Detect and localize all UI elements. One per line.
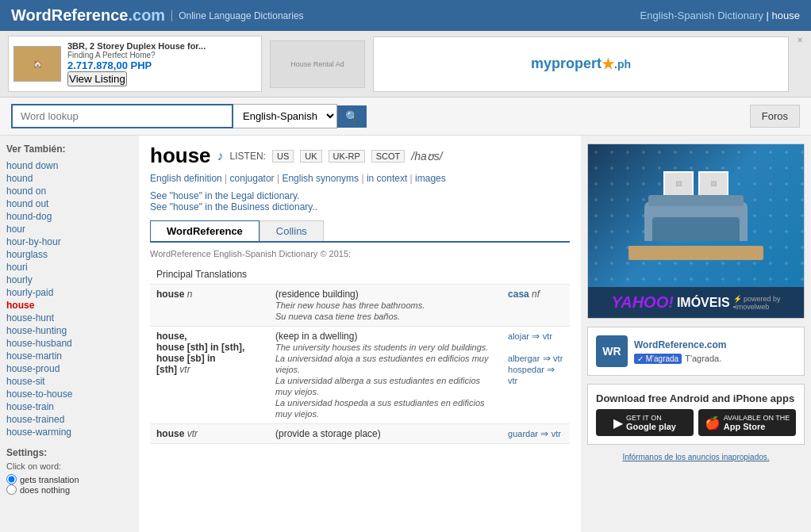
sidebar-link-house-hunt[interactable]: house-hunt bbox=[6, 312, 54, 323]
main-layout: Ver También: hound down hound hound on h… bbox=[0, 136, 811, 532]
search-button[interactable]: 🔍 bbox=[337, 105, 367, 128]
section-header: Principal Translations bbox=[150, 265, 570, 285]
radio-gets-translation[interactable]: gets translation bbox=[6, 474, 133, 484]
alojar-vtr-link[interactable]: vtr bbox=[543, 331, 552, 341]
english-synonyms-link[interactable]: English synonyms bbox=[282, 173, 359, 184]
pron-scot-button[interactable]: SCOT bbox=[371, 150, 406, 163]
sidebar-link-hound-out[interactable]: hound out bbox=[6, 198, 48, 209]
search-input[interactable] bbox=[11, 104, 233, 128]
pron-us-button[interactable]: US bbox=[272, 150, 294, 163]
sidebar-link-hour[interactable]: hour bbox=[6, 224, 25, 235]
albergar-link[interactable]: albergar bbox=[508, 354, 540, 363]
sidebar-link-house[interactable]: house bbox=[6, 300, 34, 311]
dict-links: See "house" in the Legal dictionary. See… bbox=[150, 190, 570, 212]
site-tagline: Online Language Dictionaries bbox=[171, 10, 303, 21]
entry-translation: guardar ⇒ vtr bbox=[502, 424, 570, 444]
sidebar-link-house-husband[interactable]: house-husband bbox=[6, 338, 72, 349]
hospedar-vtr-link[interactable]: vtr bbox=[508, 376, 517, 385]
ad-view-listing-button[interactable]: View Listing bbox=[67, 71, 127, 86]
ad-house-text: 3BR, 2 Storey Duplex House for... Findin… bbox=[67, 41, 206, 86]
site-com: .com bbox=[128, 6, 165, 24]
google-play-button[interactable]: ▶ GET IT ON Google play bbox=[596, 409, 694, 436]
entry-word: house, house [sth] in [sth], house [sb] … bbox=[150, 327, 269, 424]
phonetic: /haʊs/ bbox=[411, 150, 442, 163]
tab-wordreference[interactable]: WordReference bbox=[150, 220, 259, 241]
list-item: house-warming bbox=[6, 426, 133, 438]
tagrada-badge[interactable]: ✓ M'agrada bbox=[634, 354, 682, 364]
word-header: house ♪ LISTEN: US UK UK-RP SCOT /haʊs/ bbox=[150, 144, 570, 168]
ad-close-button[interactable]: ✕ bbox=[797, 36, 803, 44]
ad-report-link[interactable]: Infórmanos de los anuncios inapropiados. bbox=[587, 453, 805, 461]
list-item: house-proud bbox=[6, 362, 133, 374]
sidebar-link-hound-down[interactable]: hound down bbox=[6, 160, 58, 171]
sidebar-link-house-train[interactable]: house-train bbox=[6, 401, 54, 412]
table-row: house n (residence building) Their new h… bbox=[150, 285, 570, 327]
right-ad: 🖼 🖼 YAHOO! IMÓVEIS ⚡ powered by▪imovelwe… bbox=[587, 144, 805, 319]
images-link[interactable]: images bbox=[415, 173, 446, 184]
header-dict-link[interactable]: English-Spanish Dictionary bbox=[640, 10, 763, 21]
tab-collins[interactable]: Collins bbox=[259, 220, 324, 241]
listen-label: LISTEN: bbox=[230, 151, 266, 162]
wr-logo: WR bbox=[596, 335, 628, 367]
guardar-vtr-link[interactable]: vtr bbox=[552, 429, 561, 438]
search-inner: English-Spanish 🔍 bbox=[11, 104, 367, 128]
list-item: hound on bbox=[6, 185, 133, 197]
sidebar-link-hound-on[interactable]: hound on bbox=[6, 186, 46, 197]
english-definition-link[interactable]: English definition bbox=[150, 173, 222, 184]
sidebar-link-hourly[interactable]: hourly bbox=[6, 274, 33, 285]
list-item: house-train bbox=[6, 400, 133, 412]
sidebar-link-house-to-house[interactable]: house-to-house bbox=[6, 388, 72, 400]
app-buttons: ▶ GET IT ON Google play 🍎 AVAILABLE ON T… bbox=[596, 409, 796, 436]
search-bar: English-Spanish 🔍 Foros bbox=[0, 98, 811, 136]
albergar-vtr-link[interactable]: vtr bbox=[553, 354, 563, 363]
ad-house2: House Rental Ad bbox=[270, 40, 365, 88]
language-selector[interactable]: English-Spanish bbox=[233, 104, 337, 128]
hospedar-link[interactable]: hospedar bbox=[508, 365, 544, 374]
sidebar-link-house-sit[interactable]: house-sit bbox=[6, 376, 45, 387]
business-dict-link[interactable]: See "house" in the Business dictionary.. bbox=[150, 201, 317, 212]
sidebar-link-house-proud[interactable]: house-proud bbox=[6, 363, 60, 374]
audio-button[interactable]: ♪ bbox=[217, 149, 224, 163]
sidebar-link-hour-by-hour[interactable]: hour-by-hour bbox=[6, 236, 61, 247]
sidebar-link-house-warming[interactable]: house-warming bbox=[6, 427, 71, 438]
list-item: house-to-house bbox=[6, 388, 133, 400]
pron-uk-rp-button[interactable]: UK-RP bbox=[329, 150, 365, 163]
ad-banner: 🏠 3BR, 2 Storey Duplex House for... Find… bbox=[0, 31, 811, 98]
conjugator-link[interactable]: conjugator bbox=[230, 173, 275, 184]
list-item: houri bbox=[6, 261, 133, 273]
site-title: WordReference.com bbox=[11, 6, 165, 25]
entry-definition: (residence building) Their new house has… bbox=[269, 285, 502, 327]
google-play-icon: ▶ bbox=[613, 415, 623, 431]
app-store-button[interactable]: 🍎 AVAILABLE ON THE App Store bbox=[698, 409, 796, 436]
in-context-link[interactable]: in context bbox=[367, 173, 407, 184]
click-on-word-label: Click on word: bbox=[6, 461, 133, 471]
sidebar-link-house-trained[interactable]: house-trained bbox=[6, 414, 64, 425]
list-item: hound bbox=[6, 172, 133, 184]
translation-table: Principal Translations house n (residenc… bbox=[150, 265, 570, 444]
list-item: hourglass bbox=[6, 248, 133, 260]
alojar-link[interactable]: alojar bbox=[508, 331, 529, 341]
pron-uk-button[interactable]: UK bbox=[300, 150, 321, 163]
list-item: hourly-paid bbox=[6, 286, 133, 298]
sidebar-link-house-martin[interactable]: house-martin bbox=[6, 350, 62, 362]
sidebar-link-hound-dog[interactable]: hound-dog bbox=[6, 211, 52, 222]
word-title: house bbox=[150, 144, 211, 168]
entry-definition: (provide a storage place) bbox=[269, 424, 502, 444]
list-item: house-hunting bbox=[6, 324, 133, 336]
ad-house-sub: Finding A Perfect Home? bbox=[67, 51, 206, 59]
google-play-store-name: Google play bbox=[626, 422, 676, 431]
app-download-title: Download free Android and iPhone apps bbox=[596, 392, 796, 404]
apple-store-name: App Store bbox=[724, 422, 790, 431]
radio-does-nothing[interactable]: does nothing bbox=[6, 484, 133, 495]
sidebar-link-hound[interactable]: hound bbox=[6, 173, 33, 184]
legal-dict-link[interactable]: See "house" in the Legal dictionary. bbox=[150, 190, 299, 201]
sidebar-link-hourly-paid[interactable]: hourly-paid bbox=[6, 287, 53, 298]
sidebar-link-houri[interactable]: houri bbox=[6, 262, 28, 273]
list-item: hound out bbox=[6, 197, 133, 209]
sidebar-link-hourglass[interactable]: hourglass bbox=[6, 249, 48, 260]
right-ad-image: 🖼 🖼 bbox=[588, 144, 804, 287]
guardar-link[interactable]: guardar bbox=[508, 429, 538, 438]
sidebar: Ver También: hound down hound hound on h… bbox=[0, 136, 139, 532]
sidebar-link-house-hunting[interactable]: house-hunting bbox=[6, 325, 67, 336]
foros-button[interactable]: Foros bbox=[750, 105, 800, 128]
